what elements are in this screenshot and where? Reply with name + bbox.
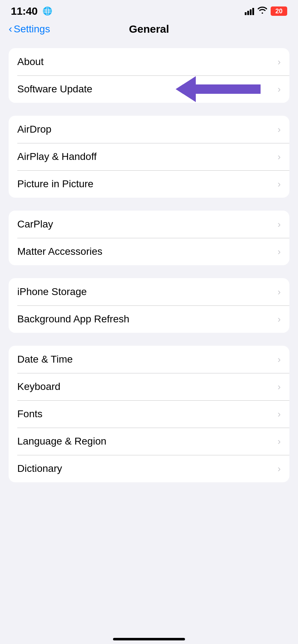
date-time-row-right: › bbox=[277, 354, 281, 365]
language-region-label: Language & Region bbox=[17, 436, 107, 447]
keyboard-chevron-icon: › bbox=[277, 381, 281, 392]
language-region-row[interactable]: Language & Region › bbox=[9, 428, 289, 455]
language-region-chevron-icon: › bbox=[277, 436, 281, 447]
date-time-row[interactable]: Date & Time › bbox=[9, 346, 289, 373]
signal-bar-2 bbox=[247, 11, 249, 15]
matter-accessories-label: Matter Accessories bbox=[17, 246, 103, 257]
iphone-storage-label: iPhone Storage bbox=[17, 286, 87, 298]
airdrop-row-right: › bbox=[277, 124, 281, 135]
dictionary-chevron-icon: › bbox=[277, 463, 281, 474]
arrow-annotation bbox=[176, 76, 261, 102]
nav-bar: ‹ Settings General bbox=[0, 19, 298, 41]
airdrop-row[interactable]: AirDrop › bbox=[9, 116, 289, 143]
background-app-refresh-row-right: › bbox=[277, 314, 281, 325]
airplay-handoff-row-right: › bbox=[277, 151, 281, 162]
settings-group-1: About › Software Update › bbox=[9, 48, 289, 103]
picture-in-picture-chevron-icon: › bbox=[277, 179, 281, 190]
matter-accessories-row-right: › bbox=[277, 246, 281, 257]
background-app-refresh-row[interactable]: Background App Refresh › bbox=[9, 305, 289, 333]
date-time-chevron-icon: › bbox=[277, 354, 281, 365]
battery-level: 20 bbox=[275, 8, 283, 15]
dictionary-row-right: › bbox=[277, 463, 281, 474]
carplay-row-right: › bbox=[277, 219, 281, 230]
battery-icon: 20 bbox=[271, 6, 287, 16]
home-indicator bbox=[113, 638, 185, 640]
status-time: 11:40 bbox=[11, 5, 37, 17]
airdrop-chevron-icon: › bbox=[277, 124, 281, 135]
iphone-storage-row-right: › bbox=[277, 286, 281, 298]
iphone-storage-row[interactable]: iPhone Storage › bbox=[9, 278, 289, 305]
airplay-handoff-row[interactable]: AirPlay & Handoff › bbox=[9, 143, 289, 170]
settings-group-4: iPhone Storage › Background App Refresh … bbox=[9, 278, 289, 333]
matter-accessories-chevron-icon: › bbox=[277, 246, 281, 257]
fonts-row-right: › bbox=[277, 409, 281, 420]
dictionary-label: Dictionary bbox=[17, 463, 62, 474]
signal-bar-4 bbox=[252, 8, 254, 15]
keyboard-row[interactable]: Keyboard › bbox=[9, 373, 289, 400]
carplay-label: CarPlay bbox=[17, 218, 53, 230]
settings-group-5: Date & Time › Keyboard › Fonts › Languag… bbox=[9, 346, 289, 482]
airdrop-label: AirDrop bbox=[17, 124, 51, 135]
picture-in-picture-row-right: › bbox=[277, 179, 281, 190]
background-app-refresh-label: Background App Refresh bbox=[17, 313, 129, 325]
signal-bar-1 bbox=[245, 12, 247, 15]
fonts-row[interactable]: Fonts › bbox=[9, 400, 289, 428]
dictionary-row[interactable]: Dictionary › bbox=[9, 455, 289, 482]
back-chevron-icon: ‹ bbox=[9, 23, 12, 34]
fonts-chevron-icon: › bbox=[277, 409, 281, 420]
settings-group-2: AirDrop › AirPlay & Handoff › Picture in… bbox=[9, 116, 289, 198]
software-update-row[interactable]: Software Update › bbox=[9, 75, 289, 103]
page-title: General bbox=[129, 23, 169, 35]
airplay-handoff-chevron-icon: › bbox=[277, 151, 281, 162]
date-time-label: Date & Time bbox=[17, 354, 73, 365]
iphone-storage-chevron-icon: › bbox=[277, 286, 281, 298]
settings-group-3: CarPlay › Matter Accessories › bbox=[9, 211, 289, 265]
status-icons: 20 bbox=[245, 6, 287, 16]
matter-accessories-row[interactable]: Matter Accessories › bbox=[9, 238, 289, 265]
language-region-row-right: › bbox=[277, 436, 281, 447]
keyboard-label: Keyboard bbox=[17, 381, 60, 392]
fonts-label: Fonts bbox=[17, 408, 42, 420]
about-row-right: › bbox=[277, 56, 281, 68]
software-update-row-right: › bbox=[277, 84, 281, 95]
about-row[interactable]: About › bbox=[9, 48, 289, 75]
signal-bars-icon bbox=[245, 7, 254, 15]
about-label: About bbox=[17, 56, 44, 68]
carplay-chevron-icon: › bbox=[277, 219, 281, 230]
about-chevron-icon: › bbox=[277, 56, 281, 68]
globe-icon: 🌐 bbox=[42, 6, 52, 16]
signal-bar-3 bbox=[250, 9, 252, 15]
arrow-body bbox=[196, 84, 261, 94]
settings-content: About › Software Update › AirDr bbox=[0, 41, 298, 502]
software-update-chevron-icon: › bbox=[277, 84, 281, 95]
picture-in-picture-label: Picture in Picture bbox=[17, 178, 94, 190]
wifi-icon bbox=[258, 6, 267, 16]
airplay-handoff-label: AirPlay & Handoff bbox=[17, 151, 97, 162]
arrow-head-icon bbox=[176, 76, 196, 102]
carplay-row[interactable]: CarPlay › bbox=[9, 211, 289, 238]
software-update-label: Software Update bbox=[17, 83, 92, 95]
background-app-refresh-chevron-icon: › bbox=[277, 314, 281, 325]
status-bar: 11:40 🌐 20 bbox=[0, 0, 298, 19]
back-label: Settings bbox=[14, 23, 50, 35]
back-button[interactable]: ‹ Settings bbox=[9, 23, 50, 35]
keyboard-row-right: › bbox=[277, 381, 281, 392]
picture-in-picture-row[interactable]: Picture in Picture › bbox=[9, 170, 289, 198]
